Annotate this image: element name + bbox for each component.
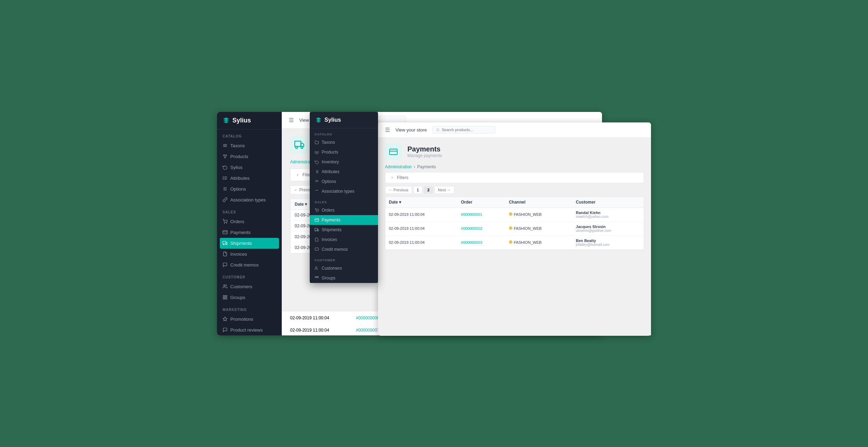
svg-rect-23 [225,298,227,299]
dropdown-groups[interactable]: Groups [310,273,378,283]
dropdown-association-types[interactable]: Association types [310,186,378,196]
sidebar-item-groups[interactable]: Groups [217,292,282,303]
marketing-section: MARKETING [217,303,282,314]
dropdown-inventory[interactable]: Inventory [310,157,378,167]
front-date-header[interactable]: Date ▾ [385,197,457,208]
front-search-icon [436,128,440,132]
svg-point-36 [301,146,303,148]
front-page-subtitle: Manage payments [407,153,442,158]
sidebar-item-taxons[interactable]: Taxons [217,140,282,151]
svg-rect-24 [223,298,225,299]
channel-dot [509,240,512,244]
svg-point-53 [316,267,317,268]
dropdown-shipments[interactable]: Shipments [310,225,378,235]
front-topbar: ☰ View your store [378,122,651,138]
payments-pagination: ← Previous 1 2 Next → [385,186,644,194]
dropdown-logo: Sylius [310,112,378,128]
svg-point-8 [223,179,223,179]
front-page-title: Payments [407,145,442,153]
dropdown-options[interactable]: Options [310,177,378,186]
svg-rect-52 [315,248,318,250]
dropdown-customer-section: CUSTOMER [310,254,378,263]
svg-rect-55 [317,276,318,278]
sidebar-logo: Sylius [217,112,282,129]
front-customer-header: Customer [572,197,644,208]
dropdown-catalog-section: CATALOG [310,128,378,137]
chevron-right-icon [295,173,300,177]
dropdown-customers[interactable]: Customers [310,263,378,273]
payments-table: Date ▾ Order Channel Customer 02-09-2019… [385,197,644,250]
dropdown-sales-section: SALES [310,196,378,205]
sidebar-item-options[interactable]: Options [217,184,282,194]
dropdown-invoices[interactable]: Invoices [310,235,378,244]
sidebar-item-promotions[interactable]: Promotions [217,314,282,325]
sidebar: Sylius CATALOG Taxons Products Sylius At… [217,112,282,335]
sidebar-item-customers[interactable]: Customers [217,281,282,292]
svg-point-20 [224,285,225,286]
front-page-icon [385,143,402,160]
table-row: 02-09-2019 11:00:04 #000000002 FASHION_W… [385,221,644,235]
sidebar-item-payments[interactable]: Payments [217,227,282,238]
front-search-bar[interactable] [432,126,495,134]
front-filters-bar[interactable]: Filters [385,172,644,183]
sidebar-item-orders[interactable]: Orders [217,216,282,227]
channel-dot [509,226,512,230]
front-menu-icon[interactable]: ☰ [385,127,390,133]
table-row: 02-09-2019 11:00:04 #000000001 FASHION_W… [385,207,644,221]
svg-point-13 [226,223,227,224]
svg-marker-25 [223,317,227,321]
front-order-header: Order [457,197,505,208]
sidebar-item-attributes[interactable]: Attributes [217,173,282,184]
svg-point-50 [315,230,316,232]
sidebar-item-inventory[interactable]: Sylius [217,162,282,173]
dropdown-taxons[interactable]: Taxons [310,137,378,147]
dropdown-credit-memos[interactable]: Credit memos [310,244,378,254]
svg-point-44 [316,212,316,212]
svg-rect-14 [223,230,227,234]
svg-rect-46 [315,219,319,221]
menu-icon[interactable]: ☰ [289,117,294,123]
svg-point-1 [225,155,227,156]
front-channel-header: Channel [505,197,572,208]
sidebar-item-product-reviews[interactable]: Product reviews [217,325,282,335]
catalog-section: CATALOG [217,129,282,140]
svg-point-37 [316,151,317,152]
svg-rect-16 [223,241,226,244]
sidebar-item-credit-memos[interactable]: Credit memos [217,260,282,270]
sidebar-item-association-types[interactable]: Association types [217,194,282,205]
front-page-1-button[interactable]: 1 [413,186,422,194]
table-row: 02-09-2019 11:00:04 #000000003 FASHION_W… [385,235,644,249]
front-chevron-icon [390,176,394,179]
svg-rect-22 [225,296,227,297]
svg-point-19 [226,244,227,245]
front-search-input[interactable] [442,128,491,132]
svg-rect-54 [315,276,317,278]
front-page-2-button[interactable]: 2 [424,186,433,194]
front-prev-button[interactable]: ← Previous [385,186,412,194]
dropdown-products[interactable]: Products [310,147,378,157]
svg-rect-48 [315,228,318,230]
svg-point-51 [317,230,318,232]
svg-marker-17 [226,242,227,244]
svg-rect-21 [223,296,225,297]
svg-point-0 [223,155,225,156]
front-breadcrumb: Administration › Payments [378,164,651,172]
sidebar-item-shipments[interactable]: Shipments [220,238,279,249]
front-page-header: Payments Manage payments [378,138,651,164]
dropdown-attributes[interactable]: Attributes [310,167,378,177]
svg-marker-34 [301,143,304,146]
dropdown-payments[interactable]: Payments [310,215,378,225]
svg-marker-49 [317,229,319,230]
sidebar-item-invoices[interactable]: Invoices [217,249,282,260]
page-icon [290,136,308,154]
front-next-button[interactable]: Next → [434,186,454,194]
svg-line-57 [439,130,439,131]
sales-section: SALES [217,205,282,216]
svg-point-2 [224,157,226,158]
front-store-link[interactable]: View your store [396,127,427,133]
svg-point-7 [223,178,223,178]
dropdown-orders[interactable]: Orders [310,205,378,215]
payments-panel: ☰ View your store Payments Manage paymen… [378,122,651,336]
sidebar-item-products[interactable]: Products [217,151,282,162]
svg-point-56 [437,128,439,131]
